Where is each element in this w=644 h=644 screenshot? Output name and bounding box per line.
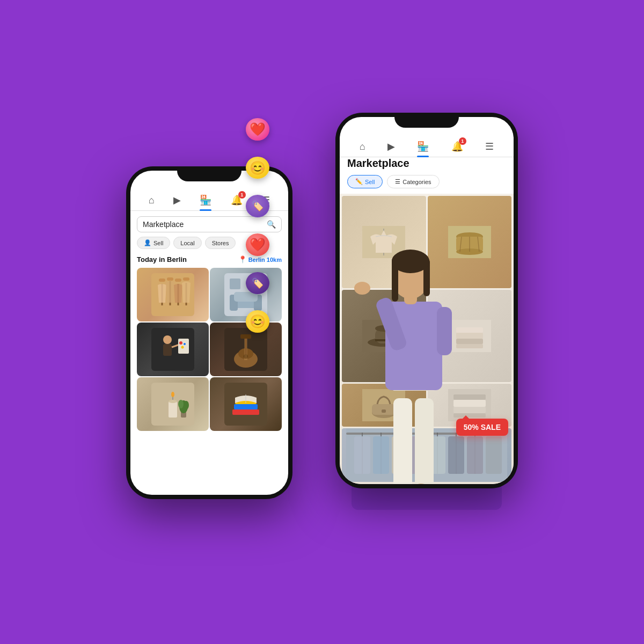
grid-item-5[interactable]: [137, 377, 209, 431]
svg-point-16: [163, 335, 172, 344]
shelf-handbag: [342, 384, 426, 427]
svg-rect-64: [456, 327, 483, 333]
svg-point-40: [184, 401, 189, 409]
svg-rect-63: [456, 333, 483, 339]
nav-video-icon[interactable]: ▶: [173, 194, 181, 206]
grid-item-6[interactable]: [210, 377, 282, 431]
grid-item-3[interactable]: [137, 323, 209, 376]
marketplace-title: Marketplace: [340, 157, 514, 175]
right-phone-notch: [394, 113, 459, 128]
right-nav-home[interactable]: ⌂: [360, 141, 365, 152]
emoji-smile-2: 😊: [246, 310, 269, 333]
svg-rect-33: [169, 401, 177, 418]
svg-point-58: [375, 325, 392, 332]
svg-point-36: [171, 392, 174, 397]
svg-rect-42: [232, 409, 259, 415]
svg-rect-7: [175, 279, 181, 282]
svg-point-20: [179, 341, 182, 345]
shelf-hanging-clothes: [342, 428, 511, 482]
svg-rect-86: [411, 436, 427, 474]
scene: ⌂ ▶ 🏪 🔔 1 ☰ 🔍 👤: [0, 0, 644, 644]
svg-rect-68: [382, 409, 386, 413]
svg-rect-62: [456, 339, 483, 344]
right-nav-bar: ⌂ ▶ 🏪 🔔 1 ☰: [340, 136, 514, 157]
shelf-folded-clothes: [428, 290, 512, 382]
svg-rect-61: [456, 344, 483, 348]
emoji-heart-red: ❤️: [246, 233, 269, 256]
svg-rect-8: [183, 277, 189, 281]
tab-categories[interactable]: ☰ Categories: [387, 175, 439, 188]
right-phone: ⌂ ▶ 🏪 🔔 1 ☰ Marketplace ✏: [335, 113, 518, 488]
emoji-smile-1: 😊: [246, 157, 269, 179]
svg-rect-72: [453, 400, 486, 407]
right-phone-wrapper: ⌂ ▶ 🏪 🔔 1 ☰ Marketplace ✏: [335, 134, 518, 510]
svg-rect-89: [467, 436, 483, 474]
floating-emojis: ❤️ 😊 🏷️ ❤️ 🏷️ 😊: [225, 118, 290, 333]
svg-rect-5: [159, 279, 165, 282]
svg-rect-17: [163, 344, 172, 356]
person-icon: 👤: [144, 239, 151, 246]
shelf-sweater: [342, 196, 426, 288]
svg-rect-71: [453, 407, 486, 413]
section-title: Today in Berlin: [137, 255, 187, 264]
right-phone-screen: ⌂ ▶ 🏪 🔔 1 ☰ Marketplace ✏: [340, 117, 514, 484]
edit-icon: ✏️: [355, 178, 363, 185]
right-nav-store[interactable]: 🏪: [417, 141, 429, 152]
sale-badge: 50% SALE: [456, 419, 508, 436]
svg-rect-84: [373, 436, 389, 474]
svg-rect-6: [167, 277, 173, 281]
svg-rect-73: [453, 394, 486, 400]
shelf-basket: [428, 196, 512, 288]
wardrobe-area: 50% SALE: [340, 194, 514, 484]
emoji-ship-2: 🏷️: [246, 272, 269, 295]
svg-rect-59: [375, 339, 392, 341]
nav-store-icon[interactable]: 🏪: [200, 194, 211, 206]
emoji-ship-1: 🏷️: [246, 195, 269, 217]
svg-rect-85: [392, 436, 408, 474]
tab-sell[interactable]: ✏️ Sell: [347, 175, 383, 188]
svg-rect-70: [453, 413, 486, 418]
svg-rect-88: [448, 436, 464, 474]
svg-rect-19: [178, 339, 189, 354]
wardrobe-background: [340, 194, 514, 484]
right-nav-menu[interactable]: ☰: [485, 141, 494, 152]
svg-point-34: [169, 400, 177, 403]
list-icon: ☰: [395, 178, 400, 185]
right-bell-badge: 1: [459, 137, 466, 145]
emoji-heart-pink: ❤️: [246, 118, 269, 141]
svg-rect-83: [354, 436, 370, 474]
filter-local[interactable]: Local: [173, 237, 201, 249]
tab-row: ✏️ Sell ☰ Categories: [340, 175, 514, 194]
svg-point-21: [184, 343, 186, 345]
shelf-hat: [342, 290, 426, 382]
right-nav-video[interactable]: ▶: [387, 141, 395, 152]
svg-point-22: [181, 346, 184, 349]
svg-rect-90: [486, 436, 502, 474]
svg-point-39: [178, 400, 184, 408]
filter-sell[interactable]: 👤 Sell: [137, 237, 170, 249]
svg-rect-87: [429, 436, 445, 474]
svg-rect-43: [234, 404, 258, 409]
right-nav-bell[interactable]: 🔔 1: [451, 141, 463, 152]
nav-home-icon[interactable]: ⌂: [149, 195, 155, 206]
svg-rect-27: [240, 334, 251, 339]
grid-item-1[interactable]: [137, 268, 209, 321]
